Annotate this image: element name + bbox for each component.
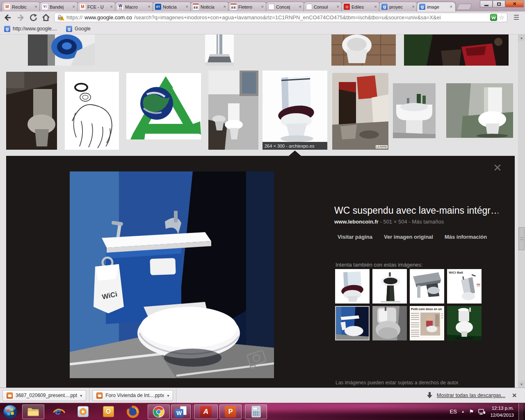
related-thumbnail-grey-toilet-closeup[interactable] bbox=[372, 306, 407, 340]
tab-gmail-recibidos[interactable]: M Recibic × bbox=[2, 2, 41, 11]
result-thumbnail-grey-bathroom[interactable] bbox=[208, 71, 258, 150]
related-thumbnail-grey-combo-unit[interactable] bbox=[410, 269, 444, 304]
back-button[interactable] bbox=[3, 13, 12, 22]
powerpoint-icon: P bbox=[225, 406, 236, 418]
window-close-button[interactable]: ✕ bbox=[505, 0, 524, 7]
downloads-bar-close-icon[interactable]: ✕ bbox=[509, 392, 519, 399]
tab-ediles[interactable]: Ediles × bbox=[341, 2, 380, 11]
caret-down-icon[interactable]: ▾ bbox=[80, 393, 82, 398]
download-item-ppt-2[interactable]: Foro Vivienda de Int....pptx ▾ bbox=[92, 390, 173, 401]
tab-close-icon[interactable]: × bbox=[298, 4, 302, 9]
internet-explorer-icon: e bbox=[53, 406, 65, 418]
related-thumbnail-pedestal-basin[interactable] bbox=[372, 269, 407, 304]
tab-close-icon[interactable]: × bbox=[336, 4, 340, 9]
result-thumbnail-chrome-pedestal-partial[interactable] bbox=[205, 34, 234, 66]
tab-gmail-fce[interactable]: M FCE - U × bbox=[77, 2, 116, 11]
siteadvisor-shield-icon[interactable] bbox=[490, 14, 497, 21]
taskbar-chrome-button[interactable] bbox=[148, 404, 170, 419]
google-favicon: g bbox=[66, 26, 72, 32]
result-thumbnail-construction-scene[interactable]: LA PATRI bbox=[332, 73, 388, 150]
bookmark-label: http://www.google.... bbox=[13, 26, 57, 32]
tab-elespectador-fletero[interactable]: EE Fletero × bbox=[228, 2, 267, 11]
result-thumbnail-archiexpo-toilet-selected[interactable]: 264 × 300 - archiexpo.es bbox=[262, 71, 327, 150]
tab-google-proyec[interactable]: g proyec × bbox=[379, 2, 418, 11]
result-thumbnail-recycle-earth[interactable] bbox=[126, 73, 201, 139]
tab-close-icon[interactable]: × bbox=[110, 4, 114, 9]
show-all-downloads-link[interactable]: Mostrar todas las descargas... bbox=[437, 393, 505, 398]
bookmark-google-url[interactable]: g http://www.google.... bbox=[4, 26, 57, 32]
chrome-menu-icon[interactable]: ☰ bbox=[511, 14, 522, 21]
tab-yahoo-bandeja[interactable]: Y! Bandej × bbox=[39, 2, 78, 11]
related-thumbnail-wici-bati[interactable]: WiCi Bati bbox=[447, 269, 482, 304]
result-thumbnail-white-toilet[interactable] bbox=[446, 83, 513, 138]
result-thumbnail-dark-scene-partial[interactable] bbox=[404, 34, 509, 66]
scroll-up-icon[interactable]: ▲ bbox=[518, 34, 525, 41]
taskbar-calculator-button[interactable]: 0 bbox=[245, 404, 267, 419]
preview-source-domain[interactable]: www.leboncoin.fr bbox=[334, 219, 379, 225]
result-thumbnail-dark-toilet[interactable] bbox=[6, 72, 57, 150]
taskbar-acrobat-button[interactable]: A bbox=[194, 404, 218, 419]
bookmark-star-icon[interactable]: ☆ bbox=[499, 14, 504, 21]
maximize-button[interactable] bbox=[493, 0, 505, 7]
related-thumbnail-darkred-seat-toilet[interactable] bbox=[335, 269, 370, 304]
tab-close-icon[interactable]: × bbox=[223, 4, 227, 9]
windows-taskbar: e O W A P bbox=[0, 403, 525, 420]
taskbar-firefox-button[interactable] bbox=[125, 404, 141, 419]
related-thumbnail-newspaper-article[interactable]: Petit coin deux en un bbox=[410, 306, 444, 340]
language-indicator[interactable]: ES bbox=[450, 409, 457, 415]
result-thumbnail-hand-sketch[interactable] bbox=[65, 72, 119, 150]
tab-close-icon[interactable]: × bbox=[72, 4, 76, 9]
home-button[interactable] bbox=[41, 13, 50, 22]
result-thumbnail-blue-toilet-partial[interactable] bbox=[28, 34, 95, 66]
caret-down-icon[interactable]: ▾ bbox=[167, 393, 169, 398]
scroll-down-icon[interactable]: ▼ bbox=[518, 381, 525, 388]
preview-main-image[interactable]: WiCi bbox=[70, 171, 274, 378]
tab-close-icon[interactable]: × bbox=[147, 4, 151, 9]
tab-eltiempo-noticia[interactable]: ET Noticia × bbox=[153, 2, 192, 11]
taskbar-clock[interactable]: 12:13 p.m. 12/04/2013 bbox=[490, 405, 514, 418]
network-icon[interactable] bbox=[478, 409, 486, 415]
download-item-ppt-1[interactable]: 3687_020609_present....ppt ▾ bbox=[2, 390, 86, 401]
tray-expand-icon[interactable]: ▲ bbox=[461, 410, 465, 413]
reload-button[interactable] bbox=[29, 13, 38, 22]
tab-word-macro[interactable]: W FCE Macro × bbox=[115, 2, 154, 11]
tab-label: FCE - U bbox=[87, 5, 108, 9]
action-center-flag-icon[interactable]: ⚑ bbox=[469, 409, 474, 415]
tab-close-icon[interactable]: × bbox=[449, 4, 453, 9]
scrollbar-thumb[interactable] bbox=[518, 227, 525, 250]
show-desktop-button[interactable] bbox=[518, 403, 523, 420]
taskbar-ie-button[interactable]: e bbox=[51, 404, 67, 419]
tab-close-icon[interactable]: × bbox=[411, 4, 415, 9]
tab-close-icon[interactable]: × bbox=[185, 4, 189, 9]
tab-close-icon[interactable]: × bbox=[374, 4, 378, 9]
home-icon bbox=[42, 14, 50, 22]
overlay-close-icon[interactable]: ✕ bbox=[491, 161, 504, 175]
result-thumbnail-white-sink[interactable] bbox=[393, 83, 436, 138]
desktop-screen: M Recibic × Y! Bandej × M FCE - U × W FC… bbox=[0, 0, 525, 420]
tab-concej[interactable]: Concej × bbox=[266, 2, 305, 11]
tab-close-icon[interactable]: × bbox=[260, 4, 265, 9]
result-thumbnail-toilet-on-tiles-partial[interactable] bbox=[331, 34, 396, 66]
related-thumbnail-toilet-green-bg[interactable] bbox=[447, 306, 482, 340]
new-tab-button[interactable] bbox=[457, 4, 472, 10]
taskbar-explorer-button[interactable] bbox=[22, 404, 44, 419]
tab-elespectador-noticia[interactable]: EE Noticia × bbox=[190, 2, 229, 11]
taskbar-outlook-button[interactable]: O bbox=[100, 404, 116, 419]
minimize-button[interactable] bbox=[480, 0, 493, 7]
page-scrollbar[interactable]: ▲ ▼ bbox=[518, 34, 525, 388]
forward-button[interactable] bbox=[16, 13, 25, 22]
taskbar-powerpoint-button[interactable]: P bbox=[219, 404, 242, 419]
bookmark-google[interactable]: g Google bbox=[66, 26, 91, 32]
address-bar[interactable]: https://www.google.com.co/search?q=image… bbox=[54, 13, 507, 22]
taskbar-word-button[interactable]: W bbox=[171, 404, 191, 419]
related-thumbnail-blue-bathroom-selected[interactable] bbox=[335, 306, 370, 340]
taskbar-wmp-button[interactable] bbox=[75, 404, 91, 419]
tab-close-icon[interactable]: × bbox=[34, 4, 38, 9]
more-info-link[interactable]: Más información bbox=[445, 234, 487, 240]
tab-consul[interactable]: Consul × bbox=[304, 2, 342, 11]
visit-page-link[interactable]: Visitar página bbox=[338, 234, 372, 240]
view-original-link[interactable]: Ver imagen original bbox=[384, 234, 433, 240]
powerpoint-file-icon bbox=[7, 393, 13, 399]
tab-google-images-active[interactable]: g image × bbox=[417, 2, 456, 11]
start-button[interactable] bbox=[2, 404, 18, 420]
